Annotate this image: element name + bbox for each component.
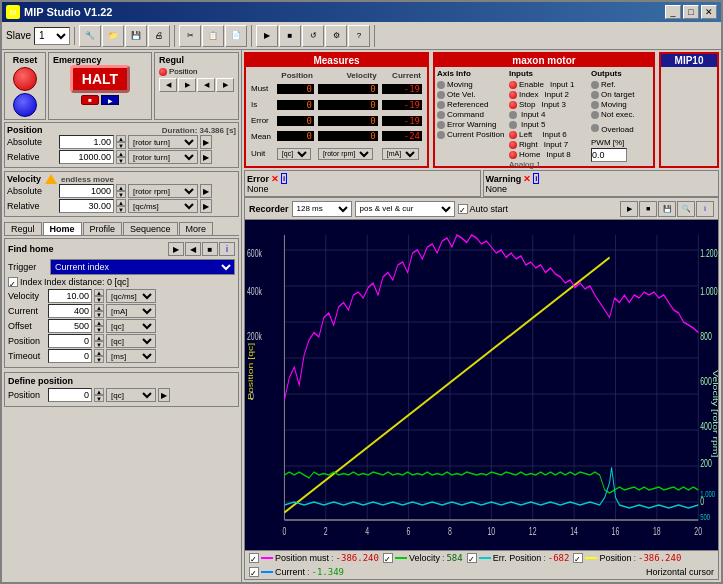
- fh-timeout-unit[interactable]: [ms]: [106, 349, 156, 363]
- fh-vel-spin-down[interactable]: ▼: [94, 296, 104, 303]
- fh-btn-stop[interactable]: ■: [202, 242, 218, 256]
- fh-pos-unit[interactable]: [qc]: [106, 334, 156, 348]
- fh-velocity-input[interactable]: [48, 289, 92, 303]
- reset-red-led[interactable]: [13, 67, 37, 91]
- unit-cur-select[interactable]: [mA]: [382, 148, 419, 160]
- absolute-unit-select[interactable]: [rotor turn]: [128, 135, 198, 149]
- fh-vel-unit[interactable]: [qc/ms]: [106, 289, 156, 303]
- warning-clear-btn[interactable]: ✕: [523, 174, 531, 184]
- vel-absolute-unit-select[interactable]: [rotor rpm]: [128, 184, 198, 198]
- relative-go-btn[interactable]: ▶: [200, 150, 212, 164]
- relative-spin-down[interactable]: ▼: [116, 157, 126, 164]
- rec-btn-start[interactable]: ▶: [620, 201, 638, 217]
- rec-btn-zoom[interactable]: 🔍: [677, 201, 695, 217]
- fh-info-btn[interactable]: i: [219, 242, 235, 256]
- regul-btn-1[interactable]: ◀: [159, 78, 177, 92]
- toolbar-btn-11[interactable]: ⚙: [325, 25, 347, 47]
- vel-relative-spin-up[interactable]: ▲: [116, 199, 126, 206]
- tab-regul[interactable]: Regul: [4, 222, 42, 235]
- toolbar-btn-3[interactable]: 💾: [125, 25, 147, 47]
- fh-offset-unit[interactable]: [qc]: [106, 319, 156, 333]
- small-arrow-btn[interactable]: ▶: [101, 95, 119, 105]
- fh-btn-2[interactable]: ◀: [185, 242, 201, 256]
- fh-offset-spin-up[interactable]: ▲: [94, 319, 104, 326]
- fh-vel-spin-up[interactable]: ▲: [94, 289, 104, 296]
- close-button[interactable]: ✕: [701, 5, 717, 19]
- relative-spin-up[interactable]: ▲: [116, 150, 126, 157]
- maximize-button[interactable]: □: [683, 5, 699, 19]
- toolbar-btn-10[interactable]: ↺: [302, 25, 324, 47]
- toolbar-btn-2[interactable]: 📁: [102, 25, 124, 47]
- trigger-select[interactable]: Current index: [50, 259, 235, 275]
- toolbar-btn-12[interactable]: ?: [348, 25, 370, 47]
- vel-relative-input[interactable]: [59, 199, 114, 213]
- rec-btn-save[interactable]: 💾: [658, 201, 676, 217]
- fh-timeout-spin-up[interactable]: ▲: [94, 349, 104, 356]
- fh-cur-unit[interactable]: [mA]: [106, 304, 156, 318]
- slave-select[interactable]: 1: [34, 27, 70, 45]
- vel-relative-unit-select[interactable]: [qc/ms]: [128, 199, 198, 213]
- cur-checkbox[interactable]: [249, 567, 259, 577]
- toolbar-btn-8[interactable]: ▶: [256, 25, 278, 47]
- error-info-btn[interactable]: i: [281, 173, 287, 184]
- pos-must-checkbox[interactable]: [249, 553, 259, 563]
- pwm-input[interactable]: [591, 148, 627, 162]
- tab-home[interactable]: Home: [43, 222, 82, 235]
- toolbar-btn-7[interactable]: 📄: [225, 25, 247, 47]
- warning-info-btn[interactable]: i: [533, 173, 539, 184]
- fh-cur-spin-down[interactable]: ▼: [94, 311, 104, 318]
- absolute-input[interactable]: [59, 135, 114, 149]
- unit-vel-select[interactable]: [rotor rpm]: [318, 148, 373, 160]
- defpos-spin-down[interactable]: ▼: [94, 395, 104, 402]
- tab-more[interactable]: More: [179, 222, 214, 235]
- relative-unit-select[interactable]: [rotor turn]: [128, 150, 198, 164]
- fh-cur-spin-up[interactable]: ▲: [94, 304, 104, 311]
- absolute-go-btn[interactable]: ▶: [200, 135, 212, 149]
- toolbar-btn-5[interactable]: ✂: [179, 25, 201, 47]
- vel-absolute-go-btn[interactable]: ▶: [200, 184, 212, 198]
- regul-btn-4[interactable]: ▶: [216, 78, 234, 92]
- relative-input[interactable]: [59, 150, 114, 164]
- fh-btn-1[interactable]: ▶: [168, 242, 184, 256]
- minimize-button[interactable]: _: [665, 5, 681, 19]
- defpos-go-btn[interactable]: ▶: [158, 388, 170, 402]
- reset-blue-led[interactable]: [13, 93, 37, 117]
- toolbar-btn-1[interactable]: 🔧: [79, 25, 101, 47]
- tab-profile[interactable]: Profile: [83, 222, 123, 235]
- fh-pos-spin-up[interactable]: ▲: [94, 334, 104, 341]
- vel-absolute-spin-up[interactable]: ▲: [116, 184, 126, 191]
- toolbar-btn-4[interactable]: 🖨: [148, 25, 170, 47]
- vel-relative-go-btn[interactable]: ▶: [200, 199, 212, 213]
- absolute-spin-up[interactable]: ▲: [116, 135, 126, 142]
- absolute-spin-down[interactable]: ▼: [116, 142, 126, 149]
- fh-offset-spin-down[interactable]: ▼: [94, 326, 104, 333]
- regul-btn-2[interactable]: ▶: [178, 78, 196, 92]
- index-checkbox[interactable]: [8, 277, 18, 287]
- vel-absolute-spin-down[interactable]: ▼: [116, 191, 126, 198]
- fh-current-input[interactable]: [48, 304, 92, 318]
- vel-relative-spin-down[interactable]: ▼: [116, 206, 126, 213]
- recorder-mode-select[interactable]: pos & vel & cur: [355, 201, 455, 217]
- defpos-input[interactable]: [48, 388, 92, 402]
- vel-absolute-input[interactable]: [59, 184, 114, 198]
- defpos-spin-up[interactable]: ▲: [94, 388, 104, 395]
- vel-checkbox[interactable]: [383, 553, 393, 563]
- small-stop-btn[interactable]: ■: [81, 95, 99, 105]
- autostart-checkbox[interactable]: [458, 204, 468, 214]
- tab-sequence[interactable]: Sequence: [123, 222, 178, 235]
- pos-checkbox[interactable]: [573, 553, 583, 563]
- rec-info-btn[interactable]: i: [696, 201, 714, 217]
- toolbar-btn-6[interactable]: 📋: [202, 25, 224, 47]
- defpos-unit[interactable]: [qc]: [106, 388, 156, 402]
- recorder-time-select[interactable]: 128 ms: [292, 201, 352, 217]
- toolbar-btn-9[interactable]: ■: [279, 25, 301, 47]
- fh-offset-input[interactable]: [48, 319, 92, 333]
- error-clear-btn[interactable]: ✕: [271, 174, 279, 184]
- err-pos-checkbox[interactable]: [467, 553, 477, 563]
- fh-pos-spin-down[interactable]: ▼: [94, 341, 104, 348]
- halt-button[interactable]: HALT: [70, 65, 130, 93]
- regul-btn-3[interactable]: ◀: [197, 78, 215, 92]
- fh-timeout-input[interactable]: [48, 349, 92, 363]
- fh-timeout-spin-down[interactable]: ▼: [94, 356, 104, 363]
- fh-position-input[interactable]: [48, 334, 92, 348]
